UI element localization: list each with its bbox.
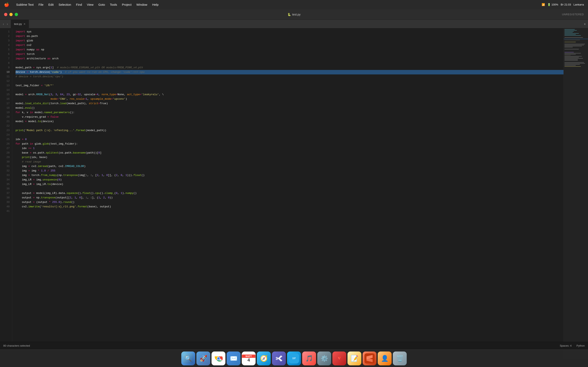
svg-rect-12 xyxy=(564,44,585,44)
code-line-4: import cv2 xyxy=(16,43,563,48)
line-num-31: 31 xyxy=(0,164,12,169)
tab-close-button[interactable]: ✕ xyxy=(24,23,26,25)
indentation-info[interactable]: Spaces: 4 xyxy=(560,344,572,347)
menubar-file[interactable]: File xyxy=(36,0,46,9)
svg-rect-20 xyxy=(564,55,571,55)
dock-trash[interactable]: 🗑️ xyxy=(393,351,407,365)
svg-rect-9 xyxy=(564,39,588,39)
code-line-6: import torch xyxy=(16,52,563,57)
dock-chrome[interactable] xyxy=(212,351,225,365)
line-num-16: 16 xyxy=(0,97,12,101)
dock-settings[interactable]: ⚙️ xyxy=(317,351,331,365)
battery-indicator: 🔋 100% xyxy=(547,3,558,6)
line-num-29: 29 xyxy=(0,155,12,160)
svg-rect-16 xyxy=(564,49,579,49)
dock-finder[interactable]: 🔍 xyxy=(181,351,195,365)
tab-dropdown-button[interactable]: ▾ xyxy=(584,22,586,26)
svg-rect-1 xyxy=(564,29,575,30)
dock-character-viewer[interactable]: 👤 xyxy=(378,351,392,365)
line-num-21: 21 xyxy=(0,119,12,124)
tab-prev-button[interactable]: ‹ xyxy=(2,22,5,26)
code-line-1: import sys xyxy=(16,30,563,34)
menubar-view[interactable]: View xyxy=(85,0,96,9)
dock-safari[interactable]: 🧭 xyxy=(257,351,271,365)
svg-rect-17 xyxy=(564,52,574,52)
tab-test-py[interactable]: test.py ✕ xyxy=(11,20,29,28)
minimap xyxy=(563,28,588,359)
code-line-2: import os.path xyxy=(16,34,563,39)
close-button[interactable] xyxy=(4,13,7,16)
code-line-19: for k, v in model.named_parameters(): xyxy=(16,110,563,115)
svg-rect-26 xyxy=(564,62,584,63)
code-editor[interactable]: import sys import os.path import glob im… xyxy=(12,28,563,359)
svg-rect-6 xyxy=(564,34,576,35)
dock-notes[interactable]: 📝 xyxy=(347,351,361,365)
line-num-11: 11 xyxy=(0,75,12,79)
dock-calendar[interactable]: МАРТ 4 xyxy=(242,351,256,365)
line-num-5: 5 xyxy=(0,48,12,52)
dock-music[interactable]: 🎵 xyxy=(302,351,316,365)
menubar-window[interactable]: Window xyxy=(134,0,150,9)
line-num-13: 13 xyxy=(0,83,12,88)
line-num-22: 22 xyxy=(0,124,12,128)
svg-rect-13 xyxy=(564,45,584,45)
code-line-14 xyxy=(16,88,563,92)
code-line-37: output = model(img_LR).data.squeeze().fl… xyxy=(16,191,563,196)
line-num-25: 25 xyxy=(0,137,12,142)
code-line-31: img = cv2.imread(path, cv2.IMREAD_COLOR) xyxy=(16,164,563,169)
language-info[interactable]: Python xyxy=(577,344,585,347)
menubar: 🍎 Sublime Text File Edit Selection Find … xyxy=(0,0,588,9)
line-num-30: 30 xyxy=(0,160,12,164)
line-num-12: 12 xyxy=(0,79,12,83)
line-num-15: 15 xyxy=(0,92,12,97)
line-num-34: 34 xyxy=(0,178,12,182)
menubar-help[interactable]: Help xyxy=(150,0,161,9)
line-num-2: 2 xyxy=(0,34,12,39)
dock-vscode[interactable] xyxy=(272,351,286,365)
wifi-icon: 📶 xyxy=(542,3,545,6)
line-num-18: 18 xyxy=(0,106,12,110)
menubar-find[interactable]: Find xyxy=(73,0,84,9)
code-line-27: idx += 1 xyxy=(16,146,563,151)
line-num-33: 33 xyxy=(0,173,12,178)
dock-airmail[interactable]: ✉️ xyxy=(227,351,241,365)
dock-sublime-text[interactable] xyxy=(363,351,376,365)
apple-menu[interactable]: 🍎 xyxy=(4,2,9,7)
code-line-25: idx = 0 xyxy=(16,137,563,142)
menubar-goto[interactable]: Goto xyxy=(96,0,108,9)
menubar-selection[interactable]: Selection xyxy=(56,0,74,9)
code-line-36 xyxy=(16,187,563,191)
menubar-edit[interactable]: Edit xyxy=(46,0,56,9)
fullscreen-button[interactable] xyxy=(15,13,18,16)
dock-launchpad[interactable]: 🚀 xyxy=(196,351,210,365)
svg-rect-28 xyxy=(564,64,580,65)
menubar-project[interactable]: Project xyxy=(120,0,134,9)
line-num-36: 36 xyxy=(0,187,12,191)
minimize-button[interactable] xyxy=(9,13,13,16)
line-num-8: 8 xyxy=(0,61,12,66)
menubar-sublime[interactable]: Sublime Text xyxy=(14,0,36,9)
code-line-9: model_path = sys.argv[1] # models/RRDB_E… xyxy=(16,66,563,70)
file-icon: 🐍 xyxy=(287,13,291,16)
svg-rect-29 xyxy=(564,65,576,66)
line-num-23: 23 xyxy=(0,128,12,133)
statusbar-left: 80 characters selected xyxy=(3,344,30,347)
code-line-28: base = os.path.splitext(os.path.basename… xyxy=(16,151,563,155)
menubar-tools[interactable]: Tools xyxy=(107,0,120,9)
code-line-40: cv2.imwrite('results/{:s}_rlt.png'.forma… xyxy=(16,205,563,209)
line-num-39: 39 xyxy=(0,200,12,205)
line-num-1: 1 xyxy=(0,30,12,34)
svg-rect-0 xyxy=(564,28,588,151)
svg-rect-21 xyxy=(564,56,582,57)
svg-rect-18 xyxy=(564,53,581,53)
code-line-12 xyxy=(16,79,563,83)
code-line-22 xyxy=(16,124,563,128)
dock-telegram[interactable]: 137 xyxy=(287,351,301,365)
code-line-13: test_img_folder = 'LR/*' xyxy=(16,83,563,88)
svg-text:🔍: 🔍 xyxy=(185,355,192,362)
datetime: Вт 21:03 xyxy=(561,3,571,6)
tab-next-button[interactable]: › xyxy=(6,22,9,26)
statusbar-right: Spaces: 4 Python xyxy=(560,344,585,347)
code-line-21: model = model.to(device) xyxy=(16,119,563,124)
dock-torrent[interactable]: 🔻 xyxy=(332,351,346,365)
